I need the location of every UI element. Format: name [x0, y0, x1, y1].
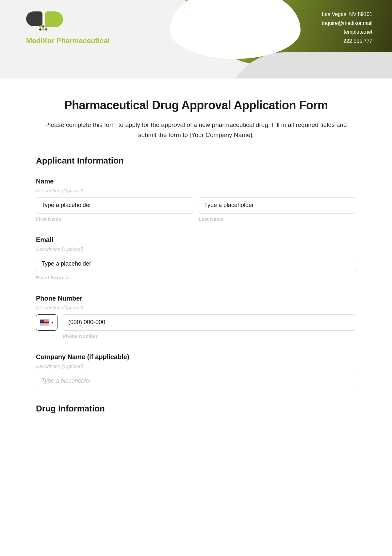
email-description: Description (Optional) [36, 246, 356, 252]
logo-icon [26, 10, 65, 33]
name-description: Description (Optional) [36, 188, 356, 193]
company-label: Company Name (if applicable) [36, 353, 356, 361]
company-description: Description (Optional) [36, 363, 356, 369]
chevron-down-icon: ▾ [51, 320, 53, 325]
section-heading-applicant: Applicant Information [36, 156, 356, 166]
section-heading-drug: Drug Information [36, 404, 356, 414]
contact-address: Las Vegas, NV 89101 [322, 10, 372, 19]
company-name: MediXor Pharmaceutical [26, 37, 110, 45]
content: Pharmaceutical Drug Approval Application… [0, 78, 392, 439]
header-decoration-white [170, 0, 301, 59]
contact-phone: 222 555 777 [322, 37, 372, 45]
field-group-phone: Phone Number Description (Optional) ▾ Ph… [36, 295, 356, 339]
last-name-input[interactable] [199, 197, 356, 214]
company-input[interactable] [36, 373, 356, 389]
contact-website: template.net [322, 27, 372, 36]
email-input[interactable] [36, 256, 356, 272]
phone-label: Phone Number [36, 295, 356, 302]
us-flag-icon [40, 320, 49, 325]
field-group-company: Company Name (if applicable) Description… [36, 353, 356, 389]
form-title: Pharmaceutical Drug Approval Application… [36, 98, 356, 112]
header: MediXor Pharmaceutical Las Vegas, NV 891… [0, 0, 392, 78]
contact-email: inquire@medixor.mail [322, 19, 372, 27]
form-intro: Please complete this form to apply for t… [36, 120, 356, 140]
phone-sublabel: Phone Number [63, 333, 356, 339]
first-name-sublabel: First Name [36, 216, 193, 222]
first-name-input[interactable] [36, 197, 193, 214]
email-label: Email [36, 236, 356, 244]
phone-description: Description (Optional) [36, 305, 356, 310]
last-name-sublabel: Last Name [199, 216, 356, 222]
name-label: Name [36, 178, 356, 185]
email-sublabel: Email Address [36, 275, 356, 280]
field-group-email: Email Description (Optional) Email Addre… [36, 236, 356, 280]
logo-section: MediXor Pharmaceutical [26, 10, 110, 45]
header-contact: Las Vegas, NV 89101 inquire@medixor.mail… [322, 10, 372, 45]
field-group-name: Name Description (Optional) First Name L… [36, 178, 356, 222]
country-code-select[interactable]: ▾ [36, 314, 57, 331]
phone-input[interactable] [63, 314, 356, 331]
